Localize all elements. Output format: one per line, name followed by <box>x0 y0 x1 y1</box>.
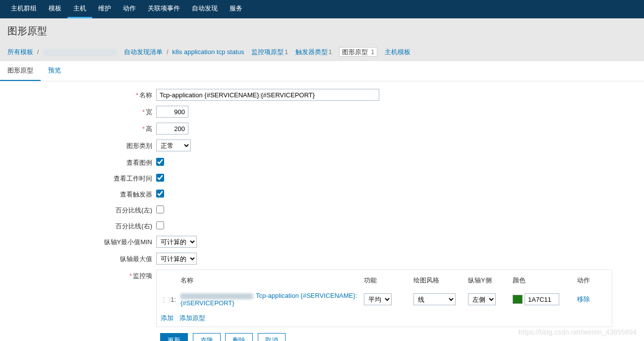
delete-button[interactable]: 删除 <box>225 333 253 341</box>
nav-discovery[interactable]: 自动发现 <box>186 0 224 18</box>
name-input[interactable] <box>156 89 379 101</box>
nav-correlation[interactable]: 关联项事件 <box>142 0 186 18</box>
bc-all-templates[interactable]: 所有模板 <box>7 48 33 56</box>
clone-button[interactable]: 克隆 <box>193 333 221 341</box>
ymax-select[interactable]: 可计算的 <box>156 253 197 265</box>
add-link[interactable]: 添加 <box>161 314 174 322</box>
bc-template-name-redacted <box>43 49 117 56</box>
nav-maintenance[interactable]: 维护 <box>92 0 117 18</box>
add-prototype-link[interactable]: 添加原型 <box>179 314 205 322</box>
ymin-select[interactable]: 可计算的 <box>156 236 197 248</box>
button-row: 更新 克隆 删除 取消 <box>7 333 637 341</box>
tab-graph-proto[interactable]: 图形原型 <box>0 61 41 81</box>
nav-services[interactable]: 服务 <box>224 0 248 18</box>
yaxis-select[interactable]: 左侧 <box>468 293 496 305</box>
nav-hostgroups[interactable]: 主机群组 <box>5 0 43 18</box>
graph-type-select[interactable]: 正常 <box>156 139 191 151</box>
table-footer: 添加 添加原型 <box>161 310 608 323</box>
bc-graph-proto: 图形原型 1 <box>339 47 377 57</box>
tabs: 图形原型 预览 <box>0 61 644 81</box>
height-input[interactable] <box>156 123 188 135</box>
nav-actions[interactable]: 动作 <box>117 0 142 18</box>
update-button[interactable]: 更新 <box>160 333 188 341</box>
nav-hosts[interactable]: 主机 <box>67 0 92 18</box>
legend-checkbox[interactable] <box>156 158 164 166</box>
content: 图形原型 预览 *名称 *宽 *高 图形类别 正常 查看图例 查看工作时间 <box>0 61 644 341</box>
nav-templates[interactable]: 模板 <box>43 0 67 18</box>
style-select[interactable]: 线 <box>413 293 456 305</box>
bc-app[interactable]: k8s application tcp status <box>172 48 244 56</box>
pct-right-checkbox[interactable] <box>156 221 164 229</box>
tab-preview[interactable]: 预览 <box>41 61 68 81</box>
color-swatch[interactable] <box>513 295 523 304</box>
color-input[interactable] <box>525 293 559 305</box>
triggers-checkbox[interactable] <box>156 190 164 198</box>
top-navigation: 主机群组 模板 主机 维护 动作 关联项事件 自动发现 服务 <box>0 0 644 18</box>
bc-trigger-proto[interactable]: 触发器类型 <box>295 48 328 56</box>
breadcrumb: 所有模板 / 自动发现清单 / k8s application tcp stat… <box>7 44 637 61</box>
bc-host-templates[interactable]: 主机模板 <box>385 48 410 56</box>
items-table: 名称 功能 绘图风格 纵轴Y侧 颜色 动作 1: : Tcp-applicati… <box>156 270 612 327</box>
remove-link[interactable]: 移除 <box>577 295 590 303</box>
cancel-button[interactable]: 取消 <box>258 333 286 341</box>
width-input[interactable] <box>156 106 188 118</box>
pct-left-checkbox[interactable] <box>156 205 164 213</box>
worktime-checkbox[interactable] <box>156 174 164 182</box>
drag-handle-icon[interactable] <box>161 296 171 303</box>
bc-item-proto[interactable]: 监控项原型 <box>251 48 284 56</box>
form: *名称 *宽 *高 图形类别 正常 查看图例 查看工作时间 查看触发器 <box>0 81 644 341</box>
items-header: 名称 功能 绘图风格 纵轴Y侧 颜色 动作 <box>161 274 608 289</box>
bc-discovery-list[interactable]: 自动发现清单 <box>124 48 163 56</box>
page-header: 图形原型 所有模板 / 自动发现清单 / k8s application tcp… <box>0 18 644 61</box>
func-select[interactable]: 平均 <box>364 293 392 305</box>
table-row: 1: : Tcp-application {#SERVICENAME}:{#SE… <box>161 289 608 310</box>
page-title: 图形原型 <box>7 24 637 38</box>
item-link[interactable]: : Tcp-application {#SERVICENAME}:{#SERVI… <box>180 292 357 307</box>
